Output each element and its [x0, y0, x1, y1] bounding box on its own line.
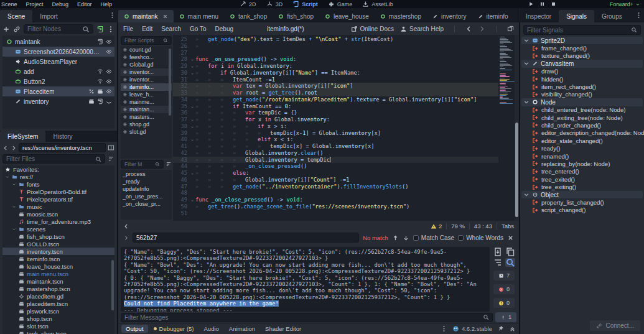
file-row-fonts[interactable]: fonts: [2, 180, 114, 188]
code-line-48[interactable]: 48: [173, 190, 498, 197]
info-count-badge[interactable]: 1: [495, 312, 516, 322]
signal-draw[interactable]: draw(): [521, 68, 643, 75]
history-back-icon[interactable]: [2, 145, 9, 151]
signal-hidden[interactable]: hidden(): [521, 75, 643, 83]
warnings-indicator[interactable]: 2: [431, 223, 442, 230]
add-node-icon[interactable]: [2, 26, 10, 33]
file-row-inventory-tscn[interactable]: inventory.tscn: [2, 248, 114, 255]
signal-child-entered-tree-node-node[interactable]: child_entered_tree(node: Node): [521, 106, 643, 114]
method-item-on-use-pres[interactable]: _on_use_pres...: [123, 193, 170, 201]
signal-replacing-by-node-node[interactable]: replacing_by(node: Node): [521, 160, 643, 167]
menu-project[interactable]: Project: [26, 1, 44, 7]
find-previous-icon[interactable]: [392, 234, 399, 241]
code-editor[interactable]: 25»get_node("des").text = ItemDes + "\nC…: [173, 35, 519, 221]
file-row-pixeloperator8-bold-ttf[interactable]: PixelOperator8-Bold.ttf: [2, 188, 114, 195]
fold-arrow-icon[interactable]: ⌄: [189, 197, 195, 203]
script-item-inventor[interactable]: inventor...: [121, 68, 172, 76]
script-item-count-gd[interactable]: count.gd: [121, 46, 172, 53]
file-row-plswork-tscn[interactable]: plswork.tscn: [2, 307, 114, 315]
code-line-33[interactable]: 33»»»var root = get_tree().root: [173, 90, 498, 96]
eye-icon[interactable]: [106, 49, 112, 55]
output-log[interactable]: { "Name": "Baggy", "Des": "Start here br…: [121, 247, 490, 312]
script-menu-debug[interactable]: Debug: [215, 26, 233, 32]
script-forward-icon[interactable]: [478, 26, 485, 32]
renderer-dropdown[interactable]: Forward+: [610, 1, 640, 7]
scene-tab-inventory[interactable]: inventory: [427, 10, 472, 22]
script-icon[interactable]: [97, 39, 103, 45]
play-remote-icon[interactable]: [562, 1, 567, 7]
dock-tab-inspector[interactable]: Inspector: [518, 10, 559, 22]
script-menu-go-to[interactable]: Go To: [190, 26, 207, 32]
script-menu-file[interactable]: File: [123, 26, 133, 32]
script-item-masters[interactable]: masters...: [121, 113, 172, 121]
fold-arrow-icon[interactable]: ⌄: [189, 136, 195, 143]
file-row-favorites[interactable]: Favorites:: [2, 165, 114, 173]
code-scrollbar-handle[interactable]: [515, 123, 518, 217]
scene-node-inventory[interactable]: inventory: [2, 96, 114, 106]
signal-category-object[interactable]: Object: [521, 191, 643, 198]
close-tab-icon[interactable]: [162, 14, 168, 19]
fold-arrow-icon[interactable]: ⌄: [189, 116, 195, 123]
filesystem-scrollbar[interactable]: [111, 260, 114, 310]
scene-node-maintank[interactable]: maintank: [2, 37, 114, 47]
code-line-32[interactable]: 32»»»var tex = Global.inventory[i]["icon…: [173, 83, 498, 90]
code-line-41[interactable]: 41»»»»»»tempDic[x] = Global.inventory[x]: [173, 143, 498, 150]
file-row-slot-tscn[interactable]: slot.tscn: [2, 322, 114, 330]
file-row-golld-tscn[interactable]: GOLLD.tscn: [2, 240, 114, 248]
output-search-icon[interactable]: [505, 258, 515, 267]
method-item-process[interactable]: _process: [123, 171, 170, 179]
method-item-on-close-pr[interactable]: _on_close_pr...: [123, 201, 170, 208]
fold-arrow-icon[interactable]: ⌄: [189, 123, 195, 130]
code-line-47[interactable]: 47»»»get_node("../inventorycontainer").f…: [173, 183, 498, 190]
signal-category-canvasitem[interactable]: CanvasItem: [521, 60, 643, 67]
clapper-icon[interactable]: [97, 88, 103, 95]
signal-tree-exited[interactable]: tree_exited(): [521, 175, 643, 183]
code-line-27[interactable]: 27: [173, 50, 498, 57]
dock-tab-groups[interactable]: Groups: [594, 10, 630, 22]
script-item-leave-h[interactable]: leave_h...: [121, 91, 172, 98]
signal-item-rect-changed[interactable]: item_rect_changed(): [521, 83, 643, 90]
code-line-36[interactable]: 36»»»»var tempDic = {}: [173, 109, 498, 116]
menu-scene[interactable]: Scene: [1, 1, 17, 7]
save-output-icon[interactable]: [493, 248, 503, 256]
code-line-38[interactable]: 38⌄»»»»»if x > i:: [173, 123, 498, 130]
attach-script-icon[interactable]: [96, 26, 104, 33]
whole-words-toggle[interactable]: Whole Words: [458, 234, 503, 241]
filter-signals-input[interactable]: Filter Signals: [523, 25, 641, 35]
signal-ready[interactable]: ready(): [521, 144, 643, 152]
float-window-icon[interactable]: [507, 26, 514, 32]
script-item-slot-gd[interactable]: slot.gd: [121, 128, 172, 136]
scene-node-placeditem[interactable]: Placeditem: [2, 86, 114, 96]
code-line-50[interactable]: 50»get_tree().change_scene_to_file("res:…: [173, 203, 498, 210]
play-scene-icon[interactable]: [573, 1, 579, 7]
code-line-25[interactable]: 25»get_node("des").text = ItemDes + "\nC…: [173, 36, 498, 43]
error-count-badge[interactable]: 0: [493, 284, 515, 294]
script-item-iteminfo[interactable]: iteminfo...: [121, 83, 172, 91]
signal-icon[interactable]: [97, 78, 103, 85]
find-input[interactable]: 562b27: [133, 233, 359, 243]
fold-arrow-icon[interactable]: ⌄: [189, 63, 195, 70]
fs-tab-history[interactable]: History: [45, 131, 80, 142]
method-item-ready[interactable]: _ready: [123, 179, 170, 186]
signal-tree-exiting[interactable]: tree_exiting(): [521, 183, 643, 190]
play-custom-scene-icon[interactable]: [584, 1, 590, 7]
script-item-shop-gd[interactable]: shop.gd: [121, 121, 172, 128]
bottom-tab-shader-editor[interactable]: Shader Editor: [261, 325, 306, 333]
match-case-checkbox[interactable]: [413, 235, 419, 241]
menu-help[interactable]: Help: [101, 1, 113, 7]
code-line-51[interactable]: 51: [173, 210, 498, 217]
file-row-placeditem-tscn[interactable]: placeditem.tscn: [2, 300, 114, 307]
scene-node-button2[interactable]: Button2: [2, 77, 114, 86]
signal-editor-state-changed[interactable]: editor_state_changed(): [521, 137, 643, 144]
output-line[interactable]: --- Debugging process stopped ---: [124, 307, 487, 312]
file-row-moosic-tscn[interactable]: moosic.tscn: [2, 210, 114, 218]
filter-messages-input[interactable]: Filter Messages: [121, 313, 493, 322]
warning-count-badge[interactable]: 0: [493, 298, 515, 308]
code-line-40[interactable]: 40⌄»»»»»elif x < i:: [173, 136, 498, 143]
workspace-3d[interactable]: 3D: [266, 1, 283, 7]
signal-icon[interactable]: [97, 68, 103, 75]
workspace-assetlib[interactable]: AssetLib: [362, 1, 393, 7]
output-line[interactable]: { "Name": "Baggy", "Des": "Start here br…: [124, 249, 487, 262]
fs-tab-filesystem[interactable]: FileSystem: [0, 131, 45, 142]
code-line-45[interactable]: 45⌄»»»else:: [173, 170, 498, 177]
